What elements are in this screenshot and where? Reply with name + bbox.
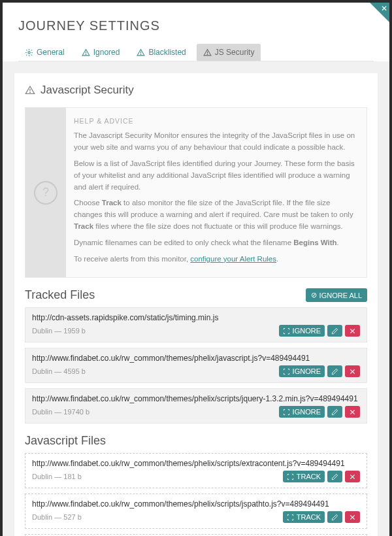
content-card: Javascript Security ? HELP & ADVICE The … [14,73,378,536]
jsfiles-title: Javascript Files [25,434,106,448]
alert-rules-link[interactable]: configure your Alert Rules [190,255,276,263]
file-item: http://cdn-assets.rapidspike.com/static/… [25,307,367,343]
ignore-button[interactable]: IGNORE [279,365,325,377]
ignore-button[interactable]: IGNORE [279,325,325,337]
file-item: http://www.findabet.co.uk/rw_common/them… [25,494,367,529]
gear-icon [25,48,33,57]
question-icon: ? [34,181,57,205]
track-button[interactable]: TRACK [283,511,325,523]
help-text: HELP & ADVICE The Javascript Security Mo… [74,108,367,277]
help-p3: Choose Track to also monitor the file si… [74,197,357,232]
pencil-icon [331,409,338,416]
help-p1: The Javascript Security Monitor ensures … [74,130,357,154]
edit-button[interactable] [327,365,342,377]
delete-button[interactable] [345,325,360,337]
collapse-icon [283,368,290,375]
close-icon [349,368,356,375]
delete-button[interactable] [345,406,360,418]
tabs: GeneralIgnoredBlacklistedJS Security [18,44,374,61]
close-button[interactable] [370,3,389,22]
pencil-icon [331,514,338,521]
tab-general[interactable]: General [18,44,71,61]
svg-point-4 [141,54,142,54]
file-meta: Dublin — 4595 b [32,367,86,375]
settings-modal: JOURNEY SETTINGS GeneralIgnoredBlacklist… [3,3,389,536]
page-title: JOURNEY SETTINGS [18,18,374,33]
edit-button[interactable] [327,511,342,523]
pencil-icon [331,368,338,375]
collapse-icon [283,409,290,416]
close-icon [349,514,356,521]
file-url: http://www.findabet.co.uk/rw_common/them… [32,499,360,509]
delete-button[interactable] [345,365,360,377]
edit-button[interactable] [327,471,342,482]
help-p2: Below is a list of JavaScript files iden… [74,158,357,193]
edit-button[interactable] [327,406,342,418]
help-icon-col: ? [25,108,66,277]
collapse-icon [287,514,294,521]
svg-point-2 [86,54,86,54]
help-heading: HELP & ADVICE [74,116,357,126]
tracked-header: Tracked Files ⊘ IGNORE ALL [25,288,367,302]
modal-header: JOURNEY SETTINGS GeneralIgnoredBlacklist… [3,3,389,61]
file-meta: Dublin — 19740 b [32,408,90,416]
svg-point-6 [207,54,208,54]
file-meta: Dublin — 527 b [32,513,82,521]
file-url: http://www.findabet.co.uk/rw_common/them… [32,394,360,403]
help-p5: To receive alerts from this monitor, con… [74,254,357,265]
close-icon [349,327,356,335]
warning-icon [82,48,90,57]
tab-blacklisted[interactable]: Blacklisted [130,44,192,61]
close-icon [349,409,356,416]
file-item: http://www.findabet.co.uk/rw_common/them… [25,388,367,424]
svg-point-0 [28,51,30,53]
file-actions: TRACK [283,511,360,523]
section-title: Javascript Security [25,84,367,97]
tab-js-security[interactable]: JS Security [197,44,261,61]
modal-body: Javascript Security ? HELP & ADVICE The … [3,61,389,536]
delete-button[interactable] [345,511,360,523]
file-url: http://www.findabet.co.uk/rw_common/them… [32,354,360,363]
file-actions: IGNORE [279,365,360,377]
collapse-icon [287,473,294,480]
warning-icon [137,48,145,57]
tracked-list: http://cdn-assets.rapidspike.com/static/… [25,307,367,424]
collapse-icon [283,327,290,335]
file-item: http://www.findabet.co.uk/rw_common/them… [25,453,367,488]
help-panel: ? HELP & ADVICE The Javascript Security … [25,107,367,278]
ignore-button[interactable]: IGNORE [279,406,325,418]
pencil-icon [331,327,338,335]
file-actions: TRACK [283,471,360,482]
file-meta: Dublin — 1959 b [32,327,86,335]
jsfiles-list: http://www.findabet.co.uk/rw_common/them… [25,453,367,536]
svg-point-8 [30,92,31,93]
warning-icon [25,85,35,95]
ban-icon: ⊘ [311,291,317,299]
file-actions: IGNORE [279,325,360,337]
help-p4: Dynamic filenames can be edited to only … [74,237,357,249]
file-item: http://www.findabet.co.uk/rw_common/them… [25,348,367,383]
section-title-text: Javascript Security [41,84,134,97]
warning-icon [203,48,212,57]
file-url: http://cdn-assets.rapidspike.com/static/… [32,313,360,322]
file-meta: Dublin — 181 b [32,473,82,480]
edit-button[interactable] [327,325,342,337]
file-url: http://www.findabet.co.uk/rw_common/them… [32,459,360,468]
jsfiles-header: Javascript Files [25,434,367,448]
file-actions: IGNORE [279,406,360,418]
delete-button[interactable] [345,471,360,482]
tracked-title: Tracked Files [25,288,95,302]
ignore-all-button[interactable]: ⊘ IGNORE ALL [306,288,367,302]
track-button[interactable]: TRACK [283,471,325,482]
pencil-icon [331,473,338,480]
close-icon [349,473,356,480]
tab-ignored[interactable]: Ignored [75,44,127,61]
